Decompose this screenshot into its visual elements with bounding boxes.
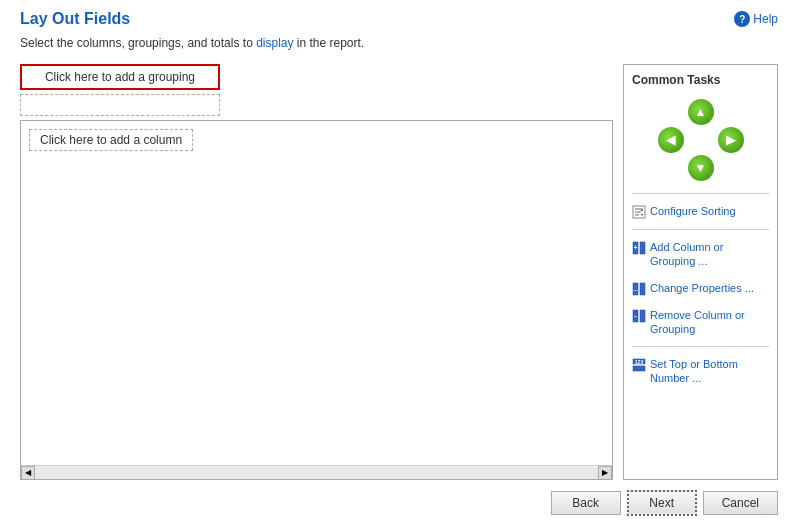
- task-divider-1: [632, 193, 769, 194]
- configure-sorting-link[interactable]: Configure Sorting: [632, 202, 769, 221]
- svg-text:-: -: [634, 311, 637, 320]
- add-column-button[interactable]: Click here to add a column: [29, 129, 193, 151]
- page-container: Lay Out Fields ? Help Select the columns…: [0, 0, 798, 526]
- change-properties-link[interactable]: ... Change Properties ...: [632, 279, 769, 298]
- svg-rect-7: [640, 242, 645, 254]
- remove-column-icon: -: [632, 309, 646, 323]
- subtitle: Select the columns, groupings, and total…: [20, 36, 778, 50]
- arrow-row-top: ▲: [688, 99, 714, 125]
- back-button[interactable]: Back: [551, 491, 621, 515]
- arrow-right-button[interactable]: ▶: [718, 127, 744, 153]
- next-button[interactable]: Next: [627, 490, 697, 516]
- task-divider-3: [632, 346, 769, 347]
- svg-rect-13: [640, 310, 645, 322]
- help-link[interactable]: ? Help: [734, 11, 778, 27]
- add-grouping-button[interactable]: Click here to add a grouping: [20, 64, 220, 90]
- add-column-label: Add Column or Grouping ...: [650, 240, 769, 269]
- arrow-down-button[interactable]: ▼: [688, 155, 714, 181]
- task-divider-2: [632, 229, 769, 230]
- arrow-row-middle: ◀ ▶: [658, 127, 744, 153]
- column-section: Click here to add a column ◀ ▶: [20, 120, 613, 480]
- common-tasks-panel: Common Tasks ▲ ◀ ▶ ▼: [623, 64, 778, 480]
- subtitle-text-before: Select the columns, groupings, and total…: [20, 36, 256, 50]
- subtitle-text-after: in the report.: [294, 36, 365, 50]
- scrollbar-track[interactable]: [35, 467, 598, 479]
- common-tasks-title: Common Tasks: [632, 73, 769, 87]
- sort-icon: [632, 205, 646, 219]
- display-link[interactable]: display: [256, 36, 293, 50]
- scrollbar-right-arrow[interactable]: ▶: [598, 466, 612, 480]
- arrow-left-button[interactable]: ◀: [658, 127, 684, 153]
- footer: Back Next Cancel: [20, 480, 778, 516]
- grouping-empty-row: [20, 94, 220, 116]
- add-column-link[interactable]: + Add Column or Grouping ...: [632, 238, 769, 271]
- grouping-section: Click here to add a grouping: [20, 64, 613, 120]
- add-column-icon: +: [632, 241, 646, 255]
- set-top-bottom-icon: 123: [632, 358, 646, 372]
- svg-rect-16: [633, 366, 645, 371]
- arrow-navigation: ▲ ◀ ▶ ▼: [632, 99, 769, 181]
- arrow-row-bottom: ▼: [688, 155, 714, 181]
- configure-sorting-label: Configure Sorting: [650, 204, 769, 218]
- arrow-up-button[interactable]: ▲: [688, 99, 714, 125]
- set-top-bottom-link[interactable]: 123 Set Top or Bottom Number ...: [632, 355, 769, 388]
- help-icon: ?: [734, 11, 750, 27]
- change-properties-icon: ...: [632, 282, 646, 296]
- remove-column-label: Remove Column or Grouping: [650, 308, 769, 337]
- page-title: Lay Out Fields: [20, 10, 130, 28]
- layout-area: Click here to add a grouping Click here …: [20, 64, 613, 480]
- svg-rect-10: [640, 283, 645, 295]
- header: Lay Out Fields ? Help: [20, 10, 778, 28]
- remove-column-link[interactable]: - Remove Column or Grouping: [632, 306, 769, 339]
- svg-text:+: +: [633, 244, 637, 251]
- change-properties-label: Change Properties ...: [650, 281, 769, 295]
- set-top-bottom-label: Set Top or Bottom Number ...: [650, 357, 769, 386]
- main-content: Click here to add a grouping Click here …: [20, 64, 778, 480]
- cancel-button[interactable]: Cancel: [703, 491, 778, 515]
- help-label: Help: [753, 12, 778, 26]
- svg-text:123: 123: [635, 359, 644, 365]
- column-inner: Click here to add a column: [21, 121, 612, 159]
- scrollbar-left-arrow[interactable]: ◀: [21, 466, 35, 480]
- horizontal-scrollbar: ◀ ▶: [21, 465, 612, 479]
- svg-text:...: ...: [633, 286, 638, 292]
